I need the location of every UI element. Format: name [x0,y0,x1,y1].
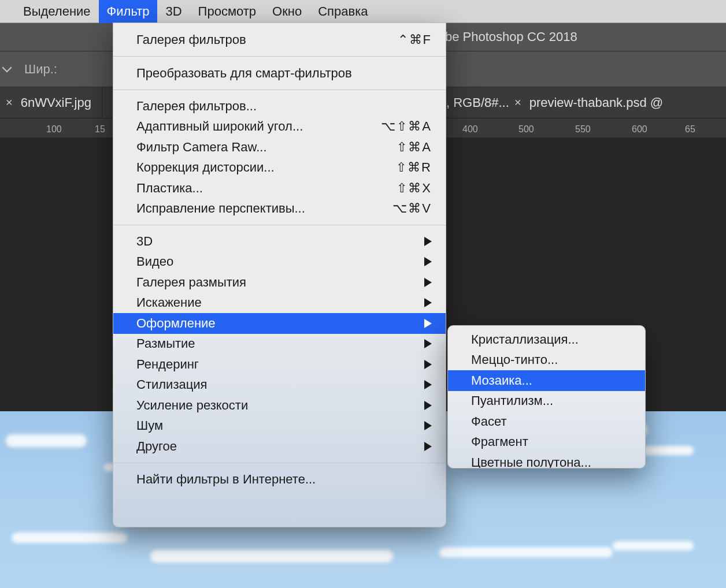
submenu-arrow-icon [424,237,432,246]
menu-item-label: Другое [136,439,424,454]
ruler-tick: 550 [575,124,591,135]
menu-separator [113,56,446,57]
ruler-tick: 100 [46,124,62,135]
submenu-item-crystallize[interactable]: Кристаллизация... [448,329,645,350]
ruler-tick: 600 [632,124,647,135]
app-title: be Photoshop CC 2018 [445,29,577,44]
ruler-tick: 65 [685,124,695,135]
menu-filter[interactable]: Фильтр [99,0,158,23]
menu-item-label: Преобразовать для смарт-фильтров [136,66,432,81]
menu-item-label: Найти фильтры в Интернете... [136,472,432,487]
menu-shortcut: ⇧⌘X [368,181,432,196]
menu-view[interactable]: Просмотр [190,0,264,23]
menu-item-vanishing-point[interactable]: Исправление перспективы... ⌥⌘V [113,199,446,219]
close-icon[interactable]: × [6,96,13,109]
menu-item-video[interactable]: Видео [113,252,446,273]
menu-help[interactable]: Справка [310,0,376,23]
menu-item-label: Кристаллизация... [471,332,631,347]
menu-item-label: Цветные полутона... [471,455,631,468]
filter-menu: Галерея фильтров ⌃⌘F Преобразовать для с… [113,23,446,527]
ruler-tick: 15 [95,124,105,135]
menu-item-label: Пластика... [136,181,368,196]
menu-item-blur-gallery[interactable]: Галерея размытия [113,272,446,293]
menu-item-label: Фасет [471,414,631,429]
menu-separator [113,225,446,225]
menu-item-blur[interactable]: Размытие [113,334,446,355]
menu-item-3d[interactable]: 3D [113,231,446,252]
submenu-arrow-icon [424,319,432,328]
submenu-item-facet[interactable]: Фасет [448,411,645,432]
submenu-arrow-icon [424,442,432,451]
menu-shortcut: ⇧⌘R [368,160,432,175]
menu-item-label: 3D [136,234,424,249]
menu-item-browse-filters[interactable]: Найти фильтры в Интернете... [113,469,446,490]
menu-item-label: Галерея размытия [136,275,424,290]
submenu-item-mosaic[interactable]: Мозаика... [448,370,645,391]
submenu-arrow-icon [424,339,432,348]
menu-3d[interactable]: 3D [157,0,190,23]
menu-separator [113,90,446,90]
menu-item-label: Исправление перспективы... [136,201,368,216]
menu-item-sharpen[interactable]: Усиление резкости [113,395,446,416]
document-tab-3[interactable]: × preview-thabank.psd @ [514,87,663,118]
submenu-arrow-icon [424,401,432,410]
submenu-item-pointillize[interactable]: Пуантилизм... [448,391,645,412]
menu-item-label: Фильтр Camera Raw... [136,140,368,155]
menu-item-label: Шум [136,418,424,433]
menu-window[interactable]: Окно [264,0,310,23]
tab-label: 6nWVxiF.jpg [21,95,91,110]
menu-item-render[interactable]: Рендеринг [113,354,446,375]
menu-item-label: Искажение [136,295,424,310]
menubar: Выделение Фильтр 3D Просмотр Окно Справк… [0,0,726,23]
menu-item-lens-correction[interactable]: Коррекция дисторсии... ⇧⌘R [113,158,446,178]
menu-item-label: Коррекция дисторсии... [136,160,368,175]
menu-item-label: Мозаика... [471,373,631,388]
menu-separator [113,463,446,463]
menu-item-label: Фрагмент [471,434,631,449]
submenu-arrow-icon [424,278,432,287]
menu-shortcut: ⌃⌘F [368,32,432,47]
pixelate-submenu: Кристаллизация... Меццо-тинто... Мозаика… [447,325,646,468]
submenu-item-mezzotint[interactable]: Меццо-тинто... [448,350,645,371]
menu-item-label: Рендеринг [136,357,424,372]
menu-item-noise[interactable]: Шум [113,416,446,437]
submenu-arrow-icon [424,360,432,369]
submenu-item-fragment[interactable]: Фрагмент [448,432,645,453]
menu-item-filter-gallery[interactable]: Галерея фильтров... [113,96,446,117]
document-tab-2[interactable]: , RGB/8#... [446,87,509,118]
document-tab-1[interactable]: × 6nWVxiF.jpg [0,87,102,118]
ruler-tick: 400 [462,124,478,135]
menu-item-distort[interactable]: Искажение [113,293,446,314]
options-dropdown-icon[interactable] [2,62,12,72]
menu-item-label: Галерея фильтров [136,32,368,47]
menu-shortcut: ⇧⌘A [368,140,432,155]
submenu-arrow-icon [424,380,432,389]
menu-item-label: Видео [136,254,424,269]
menu-item-convert-smart[interactable]: Преобразовать для смарт-фильтров [113,62,446,84]
menu-item-label: Пуантилизм... [471,393,631,408]
submenu-item-color-halftone[interactable]: Цветные полутона... [448,452,645,468]
submenu-arrow-icon [424,257,432,266]
menu-shortcut: ⌥⌘V [368,201,432,216]
menu-item-other[interactable]: Другое [113,436,446,457]
menu-item-label: Усиление резкости [136,398,424,413]
menu-shortcut: ⌥⇧⌘A [368,119,432,134]
menu-item-label: Галерея фильтров... [136,99,432,114]
menu-item-label: Оформление [136,316,424,331]
menu-item-last-filter[interactable]: Галерея фильтров ⌃⌘F [113,29,446,50]
submenu-arrow-icon [424,421,432,430]
menu-item-label: Размытие [136,336,424,351]
ruler-tick: 500 [518,124,534,135]
menu-selection[interactable]: Выделение [15,0,99,23]
menu-item-stylize[interactable]: Стилизация [113,375,446,396]
menu-item-adaptive-wide[interactable]: Адаптивный широкий угол... ⌥⇧⌘A [113,117,446,137]
menu-item-liquify[interactable]: Пластика... ⇧⌘X [113,178,446,199]
tab-label: , RGB/8#... [446,95,509,110]
menu-item-label: Адаптивный широкий угол... [136,119,368,134]
width-label: Шир.: [24,62,57,77]
menu-item-pixelate[interactable]: Оформление [113,313,446,334]
menu-item-label: Стилизация [136,377,424,392]
close-icon[interactable]: × [514,96,521,109]
menu-item-camera-raw[interactable]: Фильтр Camera Raw... ⇧⌘A [113,137,446,158]
menu-item-label: Меццо-тинто... [471,352,631,367]
